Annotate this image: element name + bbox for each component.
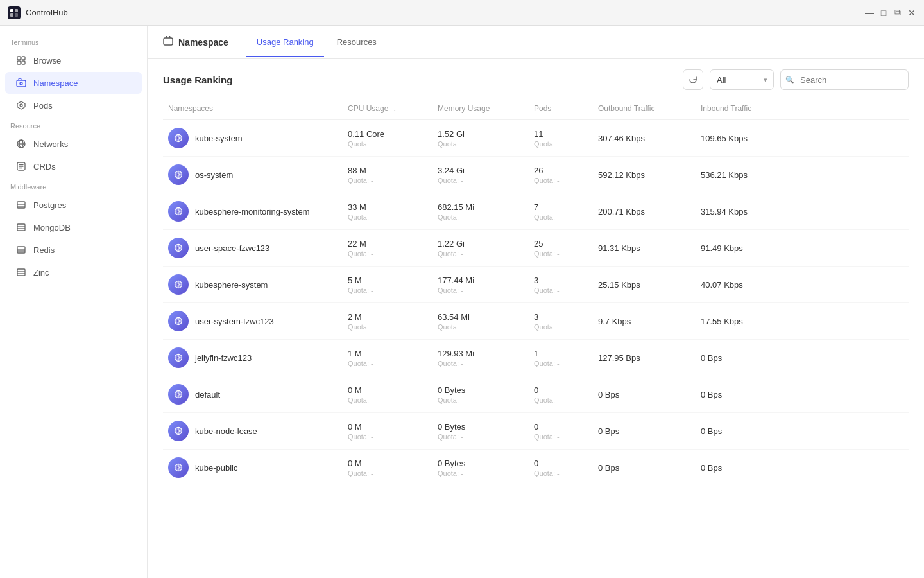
cpu-quota: Quota: - (348, 250, 427, 258)
mem-value: 0 Bytes (438, 422, 524, 432)
pods-value: 7 (534, 202, 588, 212)
ns-avatar (168, 274, 189, 295)
inbound-value: 536.21 Kbps (701, 170, 903, 180)
table-title: Usage Ranking (163, 74, 232, 85)
svg-rect-18 (17, 224, 25, 231)
mem-value: 63.54 Mi (438, 312, 524, 322)
table-toolbar: Usage Ranking All System User (163, 59, 909, 98)
pods-value: 1 (534, 349, 588, 358)
main-container: Terminus Browse Namespace (0, 26, 924, 578)
filter-select[interactable]: All System User (710, 69, 774, 90)
cpu-quota: Quota: - (348, 433, 427, 441)
tab-usage-ranking[interactable]: Usage Ranking (246, 28, 324, 57)
svg-rect-57 (177, 467, 179, 469)
ns-avatar (168, 421, 189, 441)
table-area: Usage Ranking All System User (148, 59, 924, 578)
sidebar-item-crds[interactable]: CRDs (5, 155, 142, 177)
tab-resources[interactable]: Resources (327, 28, 387, 57)
sidebar: Terminus Browse Namespace (0, 26, 148, 578)
search-input[interactable] (780, 69, 909, 90)
table-row[interactable]: kubesphere-system 5 M Quota: - 177.44 Mi… (163, 267, 909, 303)
app-title: ControlHub (26, 8, 68, 17)
sidebar-item-networks[interactable]: Networks (5, 133, 142, 155)
sidebar-item-pods[interactable]: Pods (5, 94, 142, 116)
pods-quota: Quota: - (534, 469, 588, 477)
toolbar-right: All System User (683, 69, 909, 90)
table-row[interactable]: os-system 88 M Quota: - 3.24 Gi Quota: -… (163, 157, 909, 193)
networks-icon (15, 138, 27, 150)
ns-cell: kube-node-lease (168, 421, 338, 441)
cpu-value: 33 M (348, 202, 427, 212)
col-outbound: Outbound Traffic (593, 98, 696, 120)
table-row[interactable]: kube-system 0.11 Core Quota: - 1.52 Gi Q… (163, 120, 909, 157)
pods-value: 3 (534, 276, 588, 285)
ns-avatar (168, 457, 189, 478)
mem-quota: Quota: - (438, 250, 524, 258)
search-wrapper (780, 69, 909, 90)
cpu-value: 5 M (348, 276, 427, 285)
sidebar-item-redis[interactable]: Redis (5, 239, 142, 261)
table-row[interactable]: default 0 M Quota: - 0 Bytes Quota: - 0 … (163, 376, 909, 413)
ns-name: jellyfin-fzwc123 (195, 353, 252, 363)
postgres-label: Postgres (33, 200, 66, 210)
svg-rect-27 (164, 38, 173, 45)
mem-value: 177.44 Mi (438, 276, 524, 285)
minimize-button[interactable]: — (865, 8, 874, 17)
postgres-icon (15, 199, 27, 211)
outbound-value: 127.95 Bps (598, 353, 690, 363)
svg-rect-6 (17, 61, 21, 64)
mem-value: 682.15 Mi (438, 202, 524, 212)
sidebar-item-postgres[interactable]: Postgres (5, 194, 142, 216)
table-row[interactable]: user-space-fzwc123 22 M Quota: - 1.22 Gi… (163, 230, 909, 267)
ns-cell: jellyfin-fzwc123 (168, 347, 338, 368)
inbound-value: 109.65 Kbps (701, 134, 903, 143)
refresh-button[interactable] (683, 69, 703, 90)
col-cpu[interactable]: CPU Usage ↓ (343, 98, 432, 120)
restore-button[interactable]: ⧉ (893, 8, 902, 17)
table-row[interactable]: jellyfin-fzwc123 1 M Quota: - 129.93 Mi … (163, 340, 909, 376)
mem-quota: Quota: - (438, 396, 524, 404)
svg-rect-39 (177, 247, 179, 249)
zinc-icon (15, 267, 27, 278)
mem-quota: Quota: - (438, 140, 524, 148)
cpu-value: 0 M (348, 385, 427, 395)
svg-rect-30 (177, 137, 179, 139)
svg-rect-1 (15, 9, 18, 12)
svg-rect-51 (177, 394, 179, 396)
inbound-value: 0 Bps (701, 463, 903, 473)
svg-rect-21 (17, 247, 25, 253)
outbound-value: 0 Bps (598, 463, 690, 473)
sidebar-item-namespace[interactable]: Namespace (5, 72, 142, 94)
mem-value: 129.93 Mi (438, 349, 524, 358)
mem-quota: Quota: - (438, 360, 524, 367)
maximize-button[interactable]: □ (879, 8, 888, 17)
sidebar-item-zinc[interactable]: Zinc (5, 261, 142, 283)
ns-cell: kube-system (168, 128, 338, 148)
ns-avatar (168, 164, 189, 185)
close-button[interactable]: ✕ (907, 8, 916, 17)
ns-avatar (168, 347, 189, 368)
sidebar-item-mongodb[interactable]: MongoDB (5, 216, 142, 238)
mem-value: 0 Bytes (438, 459, 524, 468)
pods-value: 3 (534, 312, 588, 322)
svg-point-10 (20, 104, 22, 107)
sidebar-item-browse[interactable]: Browse (5, 49, 142, 71)
outbound-value: 9.7 Kbps (598, 317, 690, 326)
table-row[interactable]: kubesphere-monitoring-system 33 M Quota:… (163, 193, 909, 230)
svg-rect-7 (22, 61, 25, 64)
table-row[interactable]: kube-public 0 M Quota: - 0 Bytes Quota: … (163, 450, 909, 486)
cpu-quota: Quota: - (348, 323, 427, 331)
content-area: Namespace Usage Ranking Resources Usage … (148, 26, 924, 578)
table-row[interactable]: user-system-fzwc123 2 M Quota: - 63.54 M… (163, 303, 909, 340)
pods-value: 0 (534, 385, 588, 395)
titlebar: ControlHub — □ ⧉ ✕ (0, 0, 924, 26)
cpu-value: 0 M (348, 422, 427, 432)
table-row[interactable]: kube-node-lease 0 M Quota: - 0 Bytes Quo… (163, 413, 909, 450)
pods-label: Pods (33, 101, 53, 110)
pods-value: 0 (534, 422, 588, 432)
svg-rect-4 (17, 57, 21, 60)
pods-icon (15, 100, 27, 111)
titlebar-left: ControlHub (8, 6, 68, 19)
svg-rect-0 (10, 9, 13, 12)
pods-quota: Quota: - (534, 396, 588, 404)
